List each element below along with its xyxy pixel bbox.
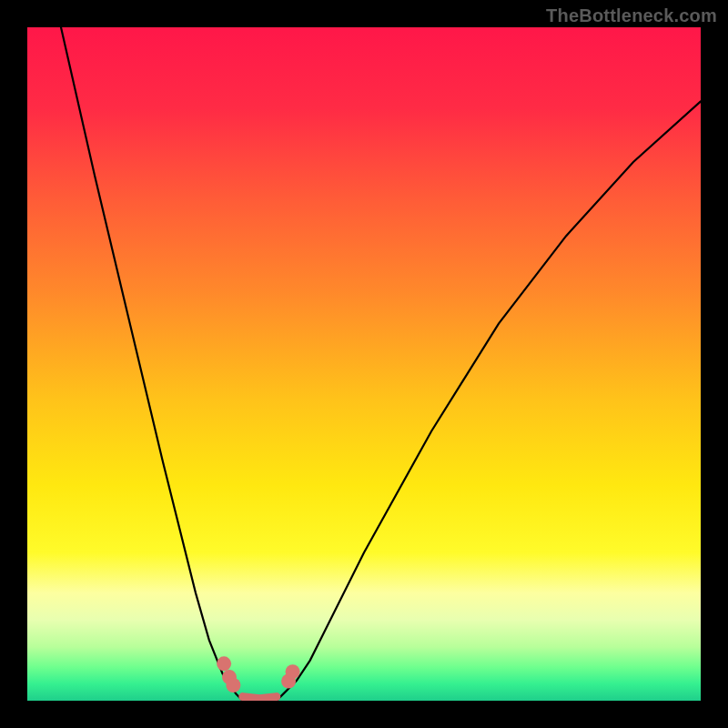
- chart-frame: TheBottleneck.com: [0, 0, 728, 728]
- gradient-background: [27, 27, 701, 701]
- source-label: TheBottleneck.com: [546, 5, 717, 26]
- marker-dot: [286, 664, 300, 679]
- plot-svg: [27, 27, 701, 701]
- curve-flat-min: [243, 697, 277, 699]
- plot-area: [27, 27, 701, 701]
- marker-dot: [226, 678, 240, 693]
- marker-dot: [217, 656, 231, 671]
